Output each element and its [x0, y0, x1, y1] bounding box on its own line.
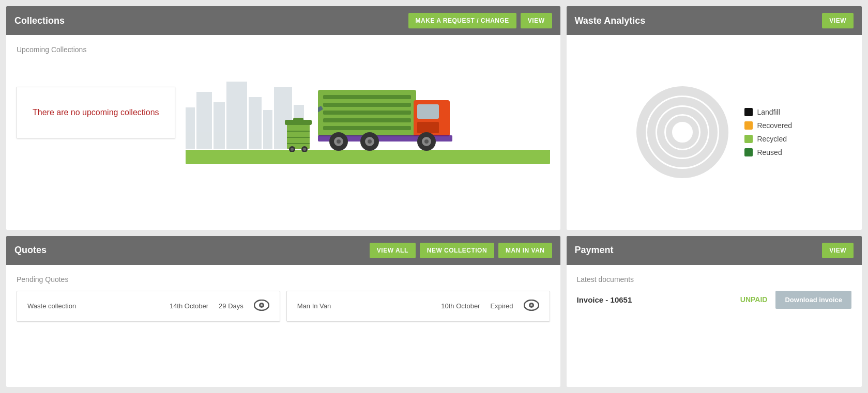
legend-color-recovered: [744, 121, 753, 130]
quotes-panel: Quotes VIEW ALL NEW COLLECTION MAN IN VA…: [6, 236, 560, 387]
no-collections-box: There are no upcoming collections: [17, 87, 175, 138]
ground: [186, 150, 550, 164]
payment-view-button[interactable]: VIEW: [822, 243, 854, 258]
legend-item-recycled: Recycled: [744, 135, 792, 143]
quote-card-1: Waste collection 14th October 29 Days: [17, 291, 280, 322]
svg-point-25: [368, 139, 372, 144]
legend-color-landfill: [744, 108, 753, 116]
collections-body: Upcoming Collections There are no upcomi…: [6, 35, 560, 230]
svg-rect-18: [417, 122, 439, 133]
svg-rect-13: [323, 111, 411, 115]
man-in-van-button[interactable]: MAN IN VAN: [498, 243, 552, 258]
svg-rect-17: [417, 104, 439, 119]
collections-title: Collections: [14, 15, 65, 26]
legend-item-recovered: Recovered: [744, 121, 792, 130]
legend-label-recycled: Recycled: [757, 135, 787, 143]
quote-status-1: 29 Days: [219, 302, 243, 310]
collections-content: There are no upcoming collections: [17, 61, 550, 164]
quotes-header: Quotes VIEW ALL NEW COLLECTION MAN IN VA…: [6, 236, 560, 265]
no-collections-text: There are no upcoming collections: [33, 108, 159, 117]
quote-eye-2[interactable]: [524, 300, 539, 313]
svg-point-9: [303, 148, 306, 151]
svg-rect-2: [293, 118, 303, 121]
legend-label-recovered: Recovered: [757, 121, 792, 130]
payment-title: Payment: [575, 245, 614, 256]
upcoming-collections-label: Upcoming Collections: [17, 45, 550, 54]
quote-card-2: Man In Van 10th October Expired: [286, 291, 550, 322]
payment-panel: Payment VIEW Latest documents Invoice - …: [567, 236, 862, 387]
svg-point-22: [337, 139, 341, 144]
waste-analytics-header: Waste Analytics VIEW: [567, 6, 862, 35]
eye-icon-1[interactable]: [254, 300, 269, 311]
legend-item-landfill: Landfill: [744, 108, 792, 116]
unpaid-badge: UNPAID: [740, 295, 768, 304]
legend-color-recycled: [744, 135, 753, 143]
quote-date-2: 10th October: [441, 302, 480, 310]
collections-panel: Collections MAKE A REQUEST / CHANGE VIEW…: [6, 6, 560, 230]
quote-eye-1[interactable]: [254, 300, 269, 313]
payment-body: Latest documents Invoice - 10651 UNPAID …: [567, 265, 862, 319]
collections-header-buttons: MAKE A REQUEST / CHANGE VIEW: [408, 13, 552, 28]
svg-point-28: [424, 139, 429, 144]
latest-documents-label: Latest documents: [577, 275, 851, 284]
garbage-truck-svg: [318, 80, 452, 152]
svg-rect-11: [323, 95, 411, 99]
new-collection-button[interactable]: NEW COLLECTION: [420, 243, 494, 258]
svg-rect-15: [323, 126, 411, 130]
waste-analytics-panel: Waste Analytics VIEW Landfill: [567, 6, 862, 230]
analytics-body: Landfill Recovered Recycled Reused: [567, 35, 862, 230]
waste-analytics-title: Waste Analytics: [575, 15, 646, 26]
legend-label-landfill: Landfill: [757, 108, 780, 116]
view-all-button[interactable]: VIEW ALL: [370, 243, 416, 258]
waste-analytics-view-button[interactable]: VIEW: [822, 13, 854, 28]
donut-chart: [636, 86, 729, 179]
collections-header: Collections MAKE A REQUEST / CHANGE VIEW: [6, 6, 560, 35]
legend: Landfill Recovered Recycled Reused: [744, 108, 792, 156]
quotes-title: Quotes: [14, 245, 47, 256]
legend-label-reused: Reused: [757, 148, 782, 156]
quote-status-2: Expired: [490, 302, 513, 310]
svg-point-36: [261, 304, 263, 306]
trash-bin-svg: [283, 111, 314, 152]
eye-icon-2[interactable]: [524, 300, 539, 311]
svg-point-33: [669, 119, 696, 146]
payment-header: Payment VIEW: [567, 236, 862, 265]
svg-point-39: [530, 304, 532, 306]
legend-item-reused: Reused: [744, 148, 792, 156]
svg-rect-14: [323, 118, 411, 122]
quote-date-1: 14th October: [170, 302, 208, 310]
make-request-button[interactable]: MAKE A REQUEST / CHANGE: [408, 13, 516, 28]
svg-rect-0: [287, 123, 310, 149]
truck-illustration: [186, 61, 550, 164]
download-invoice-button[interactable]: Download invoice: [775, 291, 851, 309]
invoice-number: Invoice - 10651: [577, 295, 732, 304]
collections-view-button[interactable]: VIEW: [521, 13, 552, 28]
quotes-items: Waste collection 14th October 29 Days Ma…: [17, 291, 550, 322]
quote-name-1: Waste collection: [27, 302, 159, 310]
svg-rect-12: [323, 103, 411, 107]
svg-point-7: [291, 148, 294, 151]
quotes-body: Pending Quotes Waste collection 14th Oct…: [6, 265, 560, 387]
legend-color-reused: [744, 148, 753, 156]
pending-quotes-label: Pending Quotes: [17, 275, 550, 284]
invoice-row: Invoice - 10651 UNPAID Download invoice: [577, 291, 851, 309]
quote-name-2: Man In Van: [297, 302, 431, 310]
quotes-header-buttons: VIEW ALL NEW COLLECTION MAN IN VAN: [370, 243, 552, 258]
